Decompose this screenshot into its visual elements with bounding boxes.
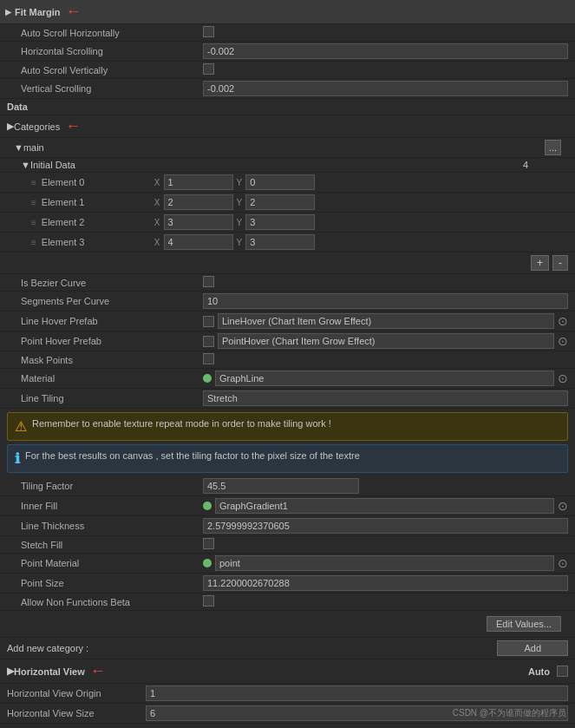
segments-label: Segments Per Curve <box>21 296 203 306</box>
horizontal-scrolling-input[interactable] <box>203 43 568 59</box>
point-hover-input[interactable] <box>218 333 554 349</box>
element-x-input[interactable] <box>164 194 233 210</box>
material-input[interactable] <box>215 371 554 386</box>
is-bezier-checkbox[interactable] <box>203 276 214 287</box>
material-label: Material <box>21 373 203 384</box>
element-drag-handle: ≡ <box>31 218 36 227</box>
fit-margin-arrow: ▶ <box>5 8 11 16</box>
element-xy-group: X Y <box>154 234 544 250</box>
initial-data-arrow: ▼ <box>21 160 30 170</box>
horizontal-view-header[interactable]: ▶ Horizontal View ← Auto <box>0 659 575 684</box>
line-thickness-input[interactable] <box>203 518 568 534</box>
element-xy-group: X Y <box>154 214 544 230</box>
material-expand-icon[interactable]: ⊙ <box>558 371 568 385</box>
data-section-label: Data <box>7 102 28 112</box>
categories-header[interactable]: ▶ Categories ← <box>0 115 575 138</box>
watermark: CSDN @不为谁而做的程序员 <box>453 707 566 719</box>
edit-values-button[interactable]: Edit Values... <box>487 616 561 632</box>
x-label: X <box>154 178 160 187</box>
info-box: ℹ For the best results on canvas , set t… <box>7 444 568 473</box>
vertical-scrolling-label: Vertical Scrolling <box>21 83 203 94</box>
point-material-input[interactable] <box>215 555 554 571</box>
add-category-button[interactable]: Add <box>497 640 568 656</box>
material-circle-icon <box>203 374 212 383</box>
table-row: ≡ Element 0 X Y <box>0 173 575 193</box>
inner-fill-row: Inner Fill ⊙ <box>0 496 575 516</box>
vertical-scrolling-input[interactable] <box>203 81 568 96</box>
point-material-expand-icon[interactable]: ⊙ <box>558 556 568 570</box>
inner-fill-expand-icon[interactable]: ⊙ <box>558 499 568 513</box>
segments-input[interactable] <box>203 293 568 309</box>
table-row: ≡ Element 3 X Y <box>0 233 575 253</box>
point-size-input[interactable] <box>203 575 568 591</box>
mask-points-checkbox[interactable] <box>203 353 214 364</box>
add-element-button[interactable]: + <box>531 255 549 271</box>
element-y-input[interactable] <box>245 194 315 210</box>
stetch-fill-row: Stetch Fill <box>0 536 575 554</box>
categories-arrow-red: ← <box>65 117 81 135</box>
element-y-input[interactable] <box>245 234 315 250</box>
horizontal-origin-input[interactable] <box>146 685 568 701</box>
horizontal-scrolling-row: Horizontal Scrolling <box>0 42 575 62</box>
info-icon: ℹ <box>15 450 20 467</box>
point-hover-field: ⊙ <box>203 333 568 349</box>
initial-data-header[interactable]: ▼ Initial Data 4 <box>0 158 575 173</box>
auto-scroll-v-value <box>203 63 568 76</box>
element-x-input[interactable] <box>164 214 233 230</box>
element-x-input[interactable] <box>164 174 233 190</box>
inner-fill-field: ⊙ <box>203 498 568 514</box>
auto-scroll-v-label: Auto Scroll Vertically <box>21 65 203 75</box>
element-x-input[interactable] <box>164 234 233 250</box>
point-hover-checkbox[interactable] <box>203 336 214 347</box>
remove-element-button[interactable]: - <box>552 255 568 271</box>
element-y-input[interactable] <box>245 174 315 190</box>
tiling-factor-input[interactable] <box>203 478 359 494</box>
warning-text: Remember to enable texture repeat mode i… <box>32 418 331 429</box>
y-label: Y <box>237 238 243 247</box>
horizontal-view-label: Horizontal View <box>14 666 85 677</box>
add-category-label: Add new category : <box>7 643 88 653</box>
line-hover-expand-icon[interactable]: ⊙ <box>558 314 568 328</box>
y-label: Y <box>237 198 243 207</box>
inner-fill-input[interactable] <box>215 498 554 514</box>
element-drag-handle: ≡ <box>31 178 36 187</box>
y-label: Y <box>237 178 243 187</box>
auto-scroll-h-checkbox[interactable] <box>203 26 214 37</box>
material-row: Material ⊙ <box>0 369 575 389</box>
line-tiling-input[interactable] <box>203 390 568 406</box>
line-hover-input[interactable] <box>218 313 554 329</box>
fit-margin-header[interactable]: ▶ Fit Margin ← <box>0 0 575 24</box>
element-y-input[interactable] <box>245 214 315 230</box>
stetch-fill-label: Stetch Fill <box>21 540 203 550</box>
point-material-row: Point Material ⊙ <box>0 554 575 574</box>
vertical-view-header[interactable]: ▶ Vertical View ← Auto <box>0 724 575 728</box>
warning-icon: ⚠ <box>15 418 27 435</box>
data-section-header: Data <box>0 99 575 115</box>
vertical-scrolling-row: Vertical Scrolling <box>0 79 575 99</box>
segments-row: Segments Per Curve <box>0 292 575 312</box>
line-hover-label: Line Hover Prefab <box>21 316 203 326</box>
horizontal-origin-row: Horizontal View Origin <box>0 684 575 704</box>
main-dots-button[interactable]: ... <box>545 140 561 155</box>
inner-fill-label: Inner Fill <box>21 501 203 511</box>
point-hover-expand-icon[interactable]: ⊙ <box>558 334 568 348</box>
point-size-row: Point Size <box>0 574 575 594</box>
main-header[interactable]: ▼ main ... <box>0 138 575 158</box>
categories-label: Categories <box>14 121 60 132</box>
info-text: For the best results on canvas , set the… <box>25 450 360 461</box>
element-xy-group: X Y <box>154 194 544 210</box>
element-label: Element 1 <box>42 197 154 207</box>
horizontal-origin-label: Horizontal View Origin <box>7 688 146 698</box>
horizontal-view-checkbox[interactable] <box>557 666 568 677</box>
point-hover-label: Point Hover Prefab <box>21 336 203 346</box>
allow-non-functions-row: Allow Non Functions Beta <box>0 594 575 611</box>
auto-scroll-v-checkbox[interactable] <box>203 63 214 75</box>
line-hover-checkbox[interactable] <box>203 316 214 327</box>
is-bezier-row: Is Bezier Curve <box>0 274 575 292</box>
element-drag-handle: ≡ <box>31 238 36 247</box>
tiling-factor-label: Tiling Factor <box>21 481 203 491</box>
allow-non-functions-checkbox[interactable] <box>203 595 214 607</box>
x-label: X <box>154 198 160 207</box>
stetch-fill-checkbox[interactable] <box>203 538 214 549</box>
element-xy-group: X Y <box>154 174 544 190</box>
